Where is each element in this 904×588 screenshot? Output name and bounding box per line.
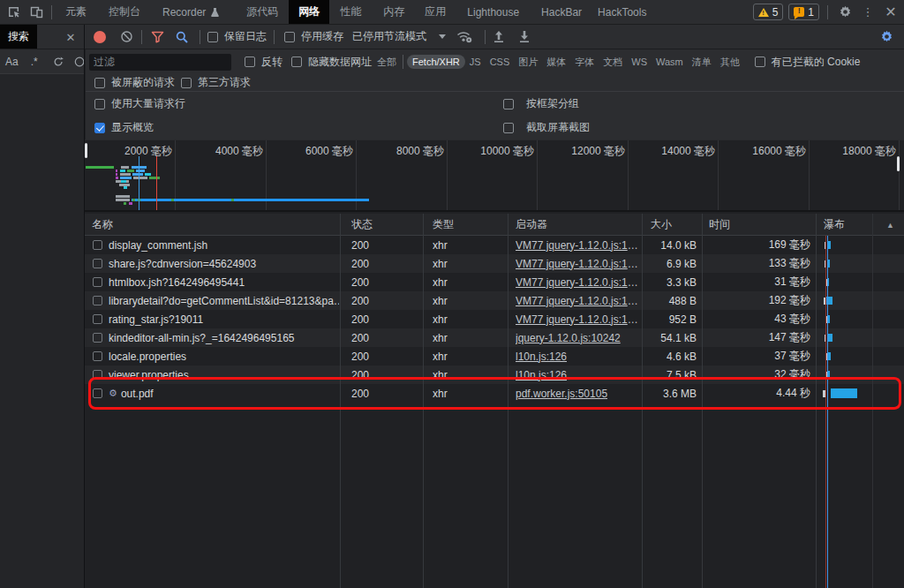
filter-chip-other[interactable]: 其他 — [716, 54, 744, 71]
throttling-select[interactable]: 已停用节流模式 — [352, 29, 426, 44]
filter-funnel-icon[interactable] — [151, 31, 164, 43]
filter-chip-wasm[interactable]: Wasm — [652, 55, 688, 69]
settings-gear-icon[interactable] — [833, 1, 856, 24]
tab-elements[interactable]: 元素 — [56, 0, 96, 24]
tab-console[interactable]: 控制台 — [99, 0, 150, 24]
request-initiator-link[interactable]: VM77 jquery-1.12.0.js:10… — [516, 236, 638, 254]
sort-ascending-icon[interactable]: ▲ — [886, 214, 894, 236]
filter-chip-js[interactable]: JS — [465, 55, 486, 69]
tab-application[interactable]: 应用 — [415, 0, 456, 24]
throttling-caret-icon[interactable] — [439, 34, 446, 39]
third-party-checkbox[interactable] — [181, 78, 192, 88]
blocked-cookies-checkbox[interactable] — [755, 57, 765, 67]
show-overview-checkbox[interactable] — [94, 123, 105, 133]
close-devtools-icon[interactable]: ✕ — [879, 1, 902, 24]
table-row[interactable]: ⚙ locale.properties 200 xhr l10n.js:126 … — [85, 347, 904, 366]
record-network-log-icon[interactable] — [94, 31, 106, 43]
export-har-icon[interactable] — [518, 30, 531, 43]
request-type-cell: xhr — [433, 328, 516, 347]
network-settings-gear-icon[interactable] — [880, 30, 893, 43]
refresh-search-icon[interactable] — [53, 56, 64, 68]
overview-request-bar — [116, 173, 117, 176]
tab-recorder[interactable]: Recorder — [153, 0, 230, 24]
tab-network[interactable]: 网络 — [289, 0, 329, 24]
hide-data-urls-checkbox[interactable] — [291, 57, 302, 67]
invert-filter-checkbox[interactable] — [245, 57, 255, 67]
hide-data-urls-label: 隐藏数据网址 — [308, 55, 372, 70]
search-network-icon[interactable] — [176, 31, 188, 43]
big-request-rows-checkbox[interactable] — [94, 99, 105, 109]
search-results-area[interactable] — [0, 75, 84, 588]
request-initiator-link[interactable]: VM77 jquery-1.12.0.js:10… — [516, 310, 638, 328]
column-header-status[interactable]: 状态 — [351, 214, 373, 236]
filter-chip-fetch-xhr[interactable]: Fetch/XHR — [407, 55, 465, 69]
network-conditions-icon[interactable] — [456, 30, 473, 43]
table-row[interactable]: ⚙ display_comment.jsh 200 xhr VM77 jquer… — [85, 236, 904, 254]
column-header-size[interactable]: 大小 — [651, 214, 672, 236]
request-initiator-link[interactable]: VM77 jquery-1.12.0.js:10… — [516, 291, 638, 310]
clear-network-log-icon[interactable] — [121, 31, 132, 42]
filter-chip-all[interactable]: 全部 — [373, 54, 401, 71]
preserve-log-checkbox[interactable] — [207, 32, 218, 42]
column-header-type[interactable]: 类型 — [433, 214, 454, 236]
column-header-initiator[interactable]: 启动器 — [516, 214, 547, 236]
inspect-element-icon[interactable] — [2, 1, 25, 24]
search-drawer-toolbar: Aa .* — [0, 49, 85, 74]
column-header-waterfall[interactable]: 瀑布 — [824, 214, 845, 236]
clear-search-icon[interactable] — [74, 56, 85, 68]
tab-hackbar[interactable]: HackBar — [531, 0, 591, 24]
request-initiator-link[interactable]: jquery-1.12.0.js:10242 — [516, 328, 638, 347]
filter-chip-img[interactable]: 图片 — [514, 54, 542, 71]
filter-chip-media[interactable]: 媒体 — [542, 54, 570, 71]
filter-chip-ws[interactable]: WS — [627, 55, 652, 69]
regex-toggle[interactable]: .* — [31, 56, 38, 68]
tab-lighthouse[interactable]: Lighthouse — [457, 0, 529, 24]
more-options-kebab-icon[interactable]: ⋮ — [856, 1, 879, 24]
column-header-name[interactable]: 名称 — [92, 214, 113, 236]
tab-memory[interactable]: 内存 — [373, 0, 414, 24]
overview-request-bar — [145, 173, 151, 176]
table-row[interactable]: ⚙ share.js?cdnversion=45624903 200 xhr V… — [85, 254, 904, 273]
request-checkbox[interactable] — [93, 259, 102, 268]
toolbar-divider — [827, 5, 828, 19]
tab-search[interactable]: 搜索 — [0, 25, 37, 49]
disable-cache-checkbox[interactable] — [284, 32, 295, 42]
blocked-requests-checkbox[interactable] — [94, 78, 105, 88]
table-row[interactable]: ⚙ kindeditor-all-min.js?_=1642496495165 … — [85, 328, 904, 347]
request-checkbox[interactable] — [93, 277, 102, 287]
filter-chip-css[interactable]: CSS — [486, 55, 515, 69]
request-initiator-link[interactable]: VM77 jquery-1.12.0.js:10… — [516, 254, 638, 273]
request-checkbox[interactable] — [93, 314, 102, 324]
filter-chip-font[interactable]: 字体 — [570, 54, 599, 71]
column-header-time[interactable]: 时间 — [709, 214, 730, 236]
network-overview-timeline[interactable]: 2000 毫秒4000 毫秒6000 毫秒8000 毫秒10000 毫秒1200… — [85, 139, 904, 212]
warnings-badge[interactable]: 5 — [753, 4, 784, 20]
request-type-cell: xhr — [433, 310, 516, 328]
table-row[interactable]: ⚙ librarydetail?do=getCommentList&id=812… — [85, 291, 904, 310]
request-checkbox[interactable] — [93, 351, 102, 361]
request-checkbox[interactable] — [93, 333, 102, 343]
table-row[interactable]: ⚙ htmlbox.jsh?1642496495441 200 xhr VM77… — [85, 273, 904, 291]
request-initiator-link[interactable]: VM77 jquery-1.12.0.js:10… — [516, 273, 638, 291]
request-checkbox[interactable] — [93, 240, 102, 250]
tab-sources[interactable]: 源代码 — [237, 0, 288, 24]
overview-gridline — [447, 140, 448, 210]
request-checkbox[interactable] — [93, 296, 102, 305]
group-by-frame-checkbox[interactable] — [503, 99, 514, 109]
close-search-icon[interactable]: ✕ — [63, 29, 79, 45]
tab-performance[interactable]: 性能 — [330, 0, 371, 24]
match-case-toggle[interactable]: Aa — [5, 56, 19, 68]
capture-screenshots-checkbox[interactable] — [503, 123, 514, 133]
overview-request-bar — [231, 199, 234, 201]
overview-right-handle[interactable] — [897, 156, 900, 171]
tab-hacktools[interactable]: HackTools — [588, 0, 656, 24]
filter-chip-doc[interactable]: 文档 — [599, 54, 627, 71]
overview-left-handle[interactable] — [85, 143, 87, 158]
table-row[interactable]: ⚙ rating_star.js?19011 200 xhr VM77 jque… — [85, 310, 904, 328]
request-initiator-link[interactable]: l10n.js:126 — [516, 347, 638, 366]
import-har-icon[interactable] — [493, 30, 505, 43]
filter-chip-manifest[interactable]: 清单 — [688, 54, 716, 71]
issues-badge[interactable]: 1 — [788, 4, 819, 20]
device-toolbar-icon[interactable] — [25, 1, 48, 24]
filter-input[interactable] — [89, 54, 231, 71]
